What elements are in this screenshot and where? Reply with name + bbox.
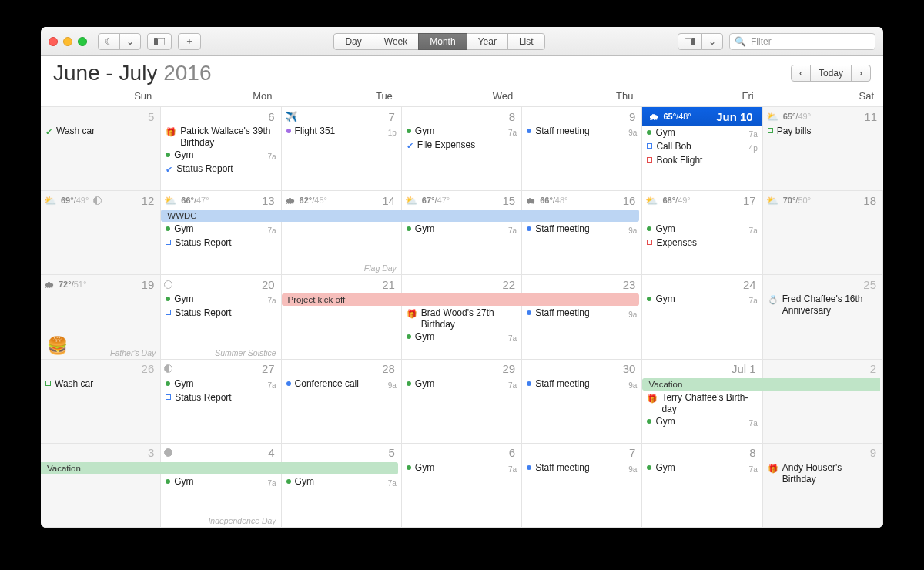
multi-day-event[interactable]: Project kick off xyxy=(282,293,639,306)
day-cell[interactable]: ⛅68°/49°17Gym7aExpenses xyxy=(642,191,762,275)
day-cell[interactable]: 🌧72°/51°19Father's Day🍔 xyxy=(41,275,161,359)
day-cell[interactable]: ⛅67°/47°15Gym7a xyxy=(402,191,522,275)
event-item[interactable]: ✔Status Report xyxy=(164,163,277,176)
today-button[interactable]: Today xyxy=(810,65,852,82)
next-month-button[interactable]: › xyxy=(851,65,871,82)
day-cell[interactable]: ⛅69°/49°12 xyxy=(41,191,161,275)
day-cell[interactable]: ⛅70°/50°18 xyxy=(763,191,883,275)
day-cell[interactable]: 29Gym7a xyxy=(402,360,522,444)
events-list: Flight 3511p xyxy=(285,126,398,139)
day-cell[interactable]: 22🎁Brad Wood's 27th BirthdayGym7a xyxy=(402,275,522,359)
day-cell[interactable]: 5✔Wash car xyxy=(41,107,161,191)
add-event-button[interactable]: ＋ xyxy=(178,33,201,50)
toggle-sidebar-button[interactable] xyxy=(147,33,172,50)
day-cell[interactable]: 26Wash car xyxy=(41,360,161,444)
event-item[interactable]: Gym7a xyxy=(405,462,518,475)
event-item[interactable]: Staff meeting9a xyxy=(525,378,638,391)
minimize-window-button[interactable] xyxy=(63,37,72,46)
chevron-left-icon: ‹ xyxy=(799,68,802,79)
event-item[interactable]: 💍Fred Chaffee's 16th Anniversary xyxy=(766,293,879,317)
event-item[interactable]: Gym7a xyxy=(645,223,758,236)
event-item[interactable]: Gym7a xyxy=(405,223,518,236)
day-cell[interactable]: 28Conference call9a xyxy=(282,360,402,444)
day-cell[interactable]: ⛅66°/47°13Gym7aStatus Report xyxy=(161,191,281,275)
day-cell[interactable]: 6🎁Patrick Wallace's 39th BirthdayGym7a✔S… xyxy=(161,107,281,191)
event-item[interactable]: Staff meeting9a xyxy=(525,126,638,139)
zoom-window-button[interactable] xyxy=(78,37,87,46)
multi-day-event[interactable]: Vacation xyxy=(642,378,879,391)
event-item[interactable]: 🎁Andy Houser's Birthday xyxy=(766,462,879,485)
event-item[interactable]: Status Report xyxy=(164,237,277,249)
event-item[interactable]: Gym7a xyxy=(164,223,277,236)
event-item[interactable]: Gym7a xyxy=(405,126,518,139)
event-item[interactable]: Expenses xyxy=(645,237,758,249)
event-item[interactable]: 🎁Terry Chaffee's Birth­day xyxy=(645,392,758,415)
day-cell[interactable]: ✈️7Flight 3511p xyxy=(282,107,402,191)
event-item[interactable]: Gym7a xyxy=(285,476,398,489)
view-year[interactable]: Year xyxy=(467,33,508,50)
event-item[interactable]: Gym7a xyxy=(645,293,758,307)
day-cell[interactable]: 🌧62°/45°14Flag Day xyxy=(282,191,402,275)
day-cell[interactable]: 8Gym7a xyxy=(642,444,762,528)
day-cell[interactable]: 4Gym7aIndependence Day xyxy=(161,444,281,528)
day-cell[interactable]: 27Gym7aStatus Report xyxy=(161,360,281,444)
event-item[interactable]: Gym7a xyxy=(164,293,277,307)
day-cell[interactable]: 6Gym7a xyxy=(402,444,522,528)
search-field[interactable]: 🔍 Filter xyxy=(729,33,875,50)
event-item[interactable]: Gym7a xyxy=(405,378,518,391)
view-month[interactable]: Month xyxy=(418,33,467,50)
day-cell[interactable]: 5Gym7a xyxy=(282,444,402,528)
event-item[interactable]: 🎁Brad Wood's 27th Birthday xyxy=(405,307,518,330)
day-cell[interactable]: 20Gym7aStatus ReportSummer Solstice xyxy=(161,275,281,359)
event-item[interactable]: Gym7a xyxy=(645,462,758,475)
night-mode-button[interactable]: ☾ xyxy=(98,33,120,50)
event-item[interactable]: Status Report xyxy=(164,307,277,319)
day-cell[interactable]: 2 xyxy=(763,360,883,444)
day-cell[interactable]: 21 xyxy=(282,275,402,359)
event-item[interactable]: 🎁Patrick Wallace's 39th Birthday xyxy=(164,126,277,149)
event-item[interactable]: Status Report xyxy=(164,392,277,404)
event-item[interactable]: Staff meeting9a xyxy=(525,462,638,475)
day-cell[interactable]: 🌧66°/48°16Staff meeting9a xyxy=(522,191,642,275)
day-cell[interactable]: Jul 1🎁Terry Chaffee's Birth­dayGym7a xyxy=(642,360,762,444)
multi-day-event[interactable]: WWDC xyxy=(161,210,639,222)
view-week[interactable]: Week xyxy=(373,33,419,50)
event-item[interactable]: Gym7a xyxy=(164,476,277,489)
event-item[interactable]: Pay bills xyxy=(766,126,880,137)
event-item[interactable]: Wash car xyxy=(44,378,157,390)
day-cell[interactable]: 8Gym7a✔File Expenses xyxy=(402,107,522,191)
day-cell[interactable]: ⛅65°/49°11Pay bills xyxy=(763,107,883,191)
multi-day-event[interactable]: Vacation xyxy=(41,462,398,474)
event-title: Staff meeting xyxy=(535,378,624,390)
prev-month-button[interactable]: ‹ xyxy=(791,65,811,82)
event-item[interactable]: Gym7a xyxy=(645,416,758,429)
layout-button[interactable] xyxy=(678,33,702,50)
event-item[interactable]: Flight 3511p xyxy=(285,126,398,139)
day-cell[interactable]: 25💍Fred Chaffee's 16th Anniversary xyxy=(763,275,883,359)
night-mode-dropdown[interactable]: ⌄ xyxy=(119,33,141,50)
event-item[interactable]: Staff meeting9a xyxy=(525,223,638,236)
day-cell[interactable]: 7Staff meeting9a xyxy=(522,444,642,528)
event-item[interactable]: Gym7a xyxy=(405,331,518,344)
day-cell[interactable]: 9🎁Andy Houser's Birthday xyxy=(763,444,883,528)
view-day[interactable]: Day xyxy=(333,33,373,50)
event-item[interactable]: Call Bob4p xyxy=(645,141,758,154)
event-item[interactable]: Conference call9a xyxy=(285,378,398,391)
event-item[interactable]: Gym7a xyxy=(645,127,758,140)
layout-dropdown[interactable]: ⌄ xyxy=(701,33,723,50)
event-item[interactable]: Staff meeting9a xyxy=(525,307,638,320)
event-item[interactable]: Gym7a xyxy=(164,149,277,163)
view-list[interactable]: List xyxy=(507,33,545,50)
day-cell[interactable]: 24Gym7a xyxy=(642,275,762,359)
event-item[interactable]: ✔Wash car xyxy=(44,126,157,138)
event-time: 9a xyxy=(628,225,637,236)
day-cell[interactable]: 3 xyxy=(41,444,161,528)
event-item[interactable]: ✔File Expenses xyxy=(405,139,518,152)
event-item[interactable]: Book Flight xyxy=(645,155,758,166)
day-cell[interactable]: 23Staff meeting9a xyxy=(522,275,642,359)
day-cell[interactable]: 🌧65°/48°Jun 10Gym7aCall Bob4pBook Flight xyxy=(642,107,762,191)
day-cell[interactable]: 9Staff meeting9a xyxy=(522,107,642,191)
close-window-button[interactable] xyxy=(49,37,58,46)
event-item[interactable]: Gym7a xyxy=(164,378,277,391)
day-cell[interactable]: 30Staff meeting9a xyxy=(522,360,642,444)
